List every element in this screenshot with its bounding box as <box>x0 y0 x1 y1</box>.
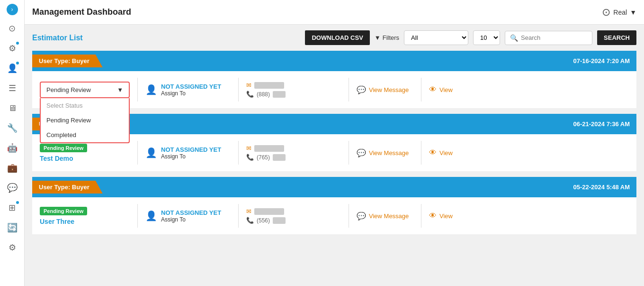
sidebar-item-wrench[interactable]: 🔧 <box>4 120 21 137</box>
chat-icon: 💬 <box>7 183 18 193</box>
card-date-3: 05-22-2024 5:48 AM <box>573 184 630 191</box>
download-csv-button[interactable]: DOWNLOAD CSV <box>305 30 369 45</box>
phone-value-3: (556) <box>257 217 270 224</box>
chevron-down-icon: ▼ <box>117 86 123 93</box>
divider <box>137 204 138 228</box>
not-assigned-label-1: NOT ASSIGNED YET <box>161 83 221 90</box>
divider <box>349 78 349 101</box>
assign-to-label-2[interactable]: Assign To <box>161 153 221 160</box>
assign-to-label-1[interactable]: Assign To <box>161 90 221 97</box>
phone-icon: 📞 <box>246 154 254 161</box>
robot-icon: 🤖 <box>7 143 18 153</box>
message-icon: 💬 <box>357 212 366 221</box>
sidebar-item-monitor[interactable]: 🖥 <box>4 100 21 117</box>
email-row-3: ✉ <box>246 208 341 215</box>
card-header-1: User Type: Buyer 07-16-2024 7:20 AM <box>32 51 636 71</box>
view-col-3[interactable]: 👁 View <box>429 212 486 220</box>
assign-text-1: NOT ASSIGNED YET Assign To <box>161 83 221 97</box>
user-name: Real <box>613 9 627 16</box>
person-icon: 👤 <box>145 147 157 158</box>
card-body-1: Pending Review ▼ Select Status Pending R… <box>32 71 636 108</box>
message-icon: 💬 <box>357 85 366 94</box>
phone-blurred-1 <box>273 91 286 98</box>
status-col-2: Pending Review Test Demo <box>40 143 130 163</box>
sidebar-item-briefcase[interactable]: 💼 <box>4 159 21 176</box>
table-icon: ⊞ <box>9 203 16 213</box>
status-value-1: Pending Review <box>46 86 91 93</box>
not-assigned-label-2: NOT ASSIGNED YET <box>161 146 221 153</box>
account-icon: ⊙ <box>602 6 610 18</box>
divider <box>421 204 421 228</box>
sidebar-item-settings2[interactable]: ⚙ <box>4 239 21 256</box>
view-message-col-2[interactable]: 💬 View Message <box>357 148 413 157</box>
sidebar: › ⊙ ⚙ 👤 ☰ 🖥 🔧 🤖 💼 💬 ⊞ 🔄 ⚙ <box>0 0 25 286</box>
view-message-label-2: View Message <box>369 149 409 157</box>
user-name-link-3[interactable]: User Three <box>40 218 74 225</box>
sidebar-item-cycle[interactable]: 🔄 <box>4 219 21 236</box>
sidebar-item-robot[interactable]: 🤖 <box>4 139 21 157</box>
filter-select[interactable]: All Pending Review Completed <box>404 30 468 45</box>
sidebar-item-settings[interactable]: ⚙ <box>4 40 21 57</box>
sidebar-item-list[interactable]: ☰ <box>4 80 21 97</box>
assign-col-3: 👤 NOT ASSIGNED YET Assign To <box>145 209 231 223</box>
view-col-1[interactable]: 👁 View <box>429 85 486 94</box>
card-date-1: 07-16-2024 7:20 AM <box>573 57 630 65</box>
search-input[interactable] <box>521 34 587 41</box>
status-dropdown-1[interactable]: Pending Review ▼ Select Status Pending R… <box>40 82 130 98</box>
card-user-type-1: User Type: Buyer <box>32 55 103 67</box>
view-label-3: View <box>439 212 453 220</box>
card-header-3: User Type: Buyer 05-22-2024 5:48 AM <box>32 177 636 197</box>
divider <box>238 141 239 165</box>
phone-row-2: 📞 (765) <box>246 154 341 161</box>
search-button[interactable]: SEARCH <box>597 30 636 45</box>
filter-icon: ▼ <box>375 34 381 41</box>
divider <box>421 141 421 165</box>
email-icon: ✉ <box>246 145 251 152</box>
status-option-select[interactable]: Select Status <box>41 98 129 113</box>
sidebar-item-table[interactable]: ⊞ <box>4 199 21 216</box>
view-label-2: View <box>439 149 453 157</box>
sidebar-toggle[interactable]: › <box>7 4 18 15</box>
divider <box>349 141 349 165</box>
monitor-icon: 🖥 <box>8 103 17 113</box>
person-icon: 👤 <box>145 84 157 95</box>
status-option-pending[interactable]: Pending Review <box>41 113 129 128</box>
view-label-1: View <box>439 86 453 93</box>
divider <box>137 141 138 165</box>
phone-blurred-2 <box>273 154 286 161</box>
card-group-1: User Type: Buyer 07-16-2024 7:20 AM Pend… <box>32 51 636 108</box>
email-icon: ✉ <box>246 82 251 89</box>
email-value-1 <box>254 82 284 89</box>
user-menu[interactable]: ⊙ Real ▼ <box>602 6 636 18</box>
search-icon: 🔍 <box>510 34 518 42</box>
status-dropdown-btn-1[interactable]: Pending Review ▼ <box>40 82 130 98</box>
assign-col-1: 👤 NOT ASSIGNED YET Assign To <box>145 83 231 97</box>
eye-icon: 👁 <box>429 148 437 157</box>
badge-pending-3: Pending Review <box>40 206 130 217</box>
phone-icon: 📞 <box>246 217 254 224</box>
message-icon: 💬 <box>357 148 366 157</box>
card-date-2: 06-21-2024 7:36 AM <box>573 120 630 128</box>
toolbar: Estimator List DOWNLOAD CSV ▼ Filters Al… <box>32 30 636 45</box>
user-name-link-2[interactable]: Test Demo <box>40 155 73 162</box>
divider <box>137 78 138 101</box>
sidebar-item-dashboard[interactable]: ⊙ <box>4 20 21 37</box>
view-message-col-3[interactable]: 💬 View Message <box>357 212 413 221</box>
phone-row-1: 📞 (888) <box>246 91 341 98</box>
phone-blurred-3 <box>273 217 286 224</box>
eye-icon: 👁 <box>429 212 437 220</box>
top-header: Management Dashboard ⊙ Real ▼ <box>25 0 644 25</box>
main-content: Management Dashboard ⊙ Real ▼ Estimator … <box>25 0 644 286</box>
sidebar-item-person[interactable]: 👤 <box>4 60 21 77</box>
assign-to-label-3[interactable]: Assign To <box>161 216 221 223</box>
sidebar-item-chat[interactable]: 💬 <box>4 179 21 196</box>
per-page-select[interactable]: 10 25 50 <box>473 30 500 45</box>
view-col-2[interactable]: 👁 View <box>429 148 486 157</box>
email-icon: ✉ <box>246 208 251 215</box>
status-option-completed[interactable]: Completed <box>41 128 129 142</box>
settings2-icon: ⚙ <box>9 242 16 253</box>
view-message-col-1[interactable]: 💬 View Message <box>357 85 413 94</box>
divider <box>349 204 349 228</box>
card-group-3: User Type: Buyer 05-22-2024 5:48 AM Pend… <box>32 177 636 234</box>
view-message-label-1: View Message <box>369 86 409 93</box>
